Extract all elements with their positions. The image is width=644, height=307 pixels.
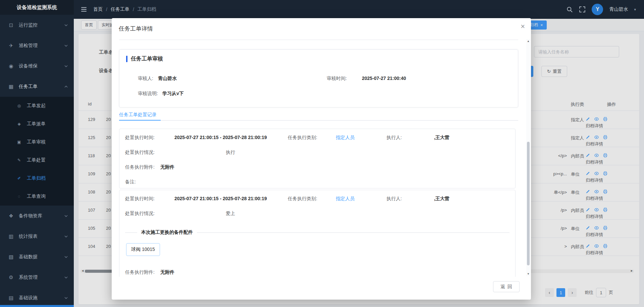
replaced-part-chip: 球阀 10015 [126,243,160,256]
divider-line [197,232,509,233]
section-accent-bar [126,56,127,62]
review-time-label: 审核时间: [327,76,347,82]
exec-time-value: 2025-07-27 21:00:15 - 2025-07-28 21:00:1… [174,135,267,140]
executor-value: ,王大雷 [434,135,449,141]
remark-label: 备注: [125,179,136,185]
app-root: 设备巡检监测系统 ⊡ 运行监控 ✈ 巡检管理 ◉ 设备维保 ▦ 任务工单 ◎ 工… [0,0,644,307]
exec-type-value[interactable]: 指定人员 [336,196,355,202]
exec-status-label: 处置执行情况: [125,211,155,217]
executor-label: 执行人: [386,196,402,202]
review-time-value: 2025-07-27 21:00:40 [362,76,406,81]
review-note-value: 学习从v下 [162,91,184,97]
scroll-up-icon[interactable]: ▲ [527,40,530,43]
exec-status-label: 处置执行情况: [125,149,155,156]
exec-time-value: 2025-07-27 21:00:15 - 2025-07-28 21:00:1… [174,196,267,201]
divider-text: 本次施工更换的备件配件 [137,229,197,235]
exec-type-label: 任务执行类别: [288,135,317,141]
dialog-scrollbar[interactable]: ▲ ▼ [526,39,530,276]
reviewer-label: 审核人: [138,76,153,82]
review-note-label: 审核说明: [138,91,158,97]
review-section-card: 任务工单审核 审核人: 青山碧水 审核时间: 2025-07-27 21:00:… [119,49,518,107]
close-icon[interactable]: × [521,23,525,30]
exec-time-label: 处置执行时间: [125,196,155,202]
parts-divider: 本次施工更换的备件配件 [125,229,509,235]
attachment-value: 无附件 [160,269,174,275]
back-button[interactable]: 返回 [493,281,520,292]
exec-status-value: 执行 [226,149,235,156]
review-section-title: 任务工单审核 [131,55,163,62]
scrollbar-thumb[interactable] [527,142,530,265]
attachment-label: 任务执行附件: [125,269,155,275]
exec-status-value: 爱上 [226,211,235,217]
tab-active-underline [119,120,161,121]
disposal-record-card: 处置执行时间: 2025-07-27 21:00:15 - 2025-07-28… [119,190,516,277]
tab-divider [119,120,518,121]
order-detail-dialog: 任务工单详情 × 任务工单审核 审核人: 青山碧水 审核时间: 2025-07-… [112,18,531,300]
tab-disposal-records[interactable]: 任务工单处置记录 [119,112,157,118]
attachment-label: 任务执行附件: [125,164,155,170]
reviewer-value: 青山碧水 [158,76,177,82]
exec-type-label: 任务执行类别: [288,196,317,202]
executor-label: 执行人: [386,135,402,141]
disposal-record-card: 处置执行时间: 2025-07-27 21:00:15 - 2025-07-28… [119,129,516,188]
exec-time-label: 处置执行时间: [125,135,155,141]
scroll-down-icon[interactable]: ▼ [527,272,530,275]
attachment-value: 无附件 [160,164,174,170]
scrolled-card-edge [119,40,518,40]
executor-value: ,王大雷 [434,196,449,202]
dialog-footer: 返回 [112,277,531,300]
dialog-body: 任务工单审核 审核人: 青山碧水 审核时间: 2025-07-27 21:00:… [112,38,531,277]
dialog-title: 任务工单详情 [119,25,153,33]
divider-line [125,232,137,233]
exec-type-value[interactable]: 指定人员 [336,135,355,141]
